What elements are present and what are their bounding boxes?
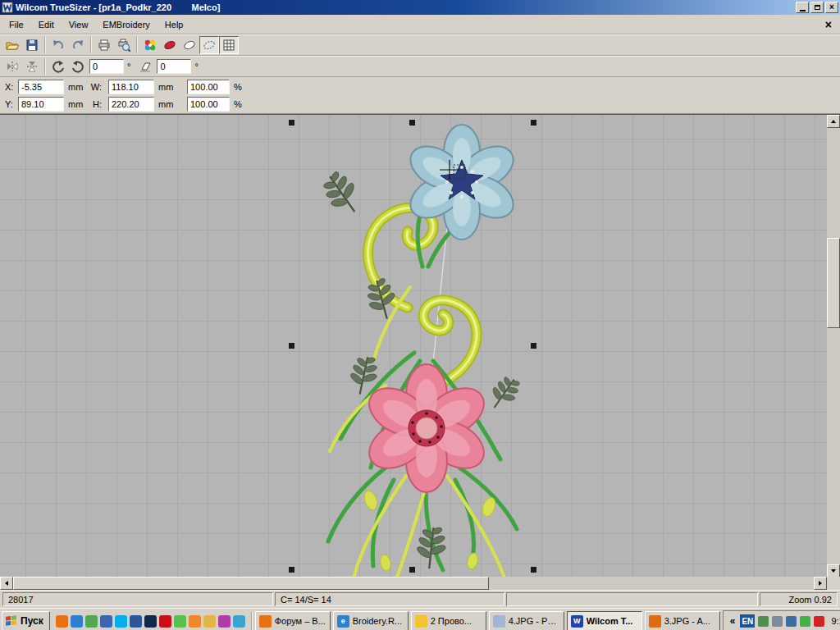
width-scale-input[interactable] [187, 80, 230, 94]
scroll-right-button[interactable] [814, 577, 827, 590]
scroll-up-button[interactable] [827, 115, 840, 128]
task-button-forum[interactable]: Форум – В... [255, 611, 331, 630]
opera-icon[interactable] [159, 615, 171, 628]
show-dotted-button[interactable] [199, 36, 219, 54]
language-indicator[interactable]: EN [740, 614, 755, 628]
start-button[interactable]: Пуск [2, 611, 50, 630]
w-scale-unit-label: % [230, 82, 246, 92]
height-input[interactable] [108, 97, 154, 112]
embroidery-canvas[interactable] [0, 115, 827, 578]
onenote-icon[interactable] [100, 615, 112, 628]
browser-icon[interactable] [233, 615, 245, 628]
handle-bottom-right[interactable] [531, 567, 536, 573]
close-icon: × [829, 3, 834, 11]
width-input[interactable] [108, 80, 154, 94]
network-tray-icon[interactable] [786, 616, 797, 627]
vertical-scroll-thumb[interactable] [827, 238, 840, 328]
mirror-vertical-button[interactable] [22, 57, 42, 75]
messenger-tray-icon[interactable] [800, 616, 810, 627]
close-document-icon[interactable]: × [819, 19, 838, 30]
stitch-player-button[interactable] [140, 36, 160, 54]
menu-help[interactable]: Help [158, 17, 191, 32]
status-stitch-count: 28017 [2, 592, 273, 606]
save-icon [25, 39, 39, 52]
open-button[interactable] [2, 36, 22, 54]
volume-tray-icon[interactable] [772, 616, 783, 627]
antivirus-tray-icon[interactable] [814, 616, 824, 627]
icq-icon[interactable] [174, 615, 186, 628]
rotate-left-button[interactable] [48, 57, 68, 75]
arrow-right-icon [819, 581, 824, 586]
grid-icon [222, 39, 235, 52]
coord-row-y: Y: mm H: mm % [5, 96, 835, 112]
statusbar: 28017 C= 14/S= 14 Zoom 0.92 [0, 590, 840, 608]
handle-bottom-left[interactable] [289, 567, 294, 573]
scroll-down-button[interactable] [827, 564, 840, 578]
skew-angle-input[interactable] [157, 59, 191, 74]
toolbar-separator [44, 58, 46, 75]
task-button-broidery[interactable]: e Broidery.R... [333, 611, 409, 630]
handle-top-right[interactable] [531, 120, 536, 126]
print-button[interactable] [94, 36, 114, 54]
undo-button[interactable] [48, 36, 68, 54]
internet-explorer-task-icon: e [337, 615, 349, 628]
vertical-scrollbar[interactable] [827, 115, 840, 578]
x-input[interactable] [18, 80, 64, 94]
start-label: Пуск [21, 615, 43, 627]
show-filled-button[interactable] [160, 36, 180, 54]
y-input[interactable] [18, 97, 64, 112]
horizontal-scroll-thumb[interactable] [13, 577, 489, 590]
taskbar: Пуск Форум – В... e Broidery.R... [0, 608, 840, 630]
handle-bottom-center[interactable] [409, 567, 415, 573]
agent-icon[interactable] [218, 615, 231, 628]
handle-mid-left[interactable] [289, 343, 294, 349]
folder-icon[interactable] [203, 615, 216, 628]
rotate-right-button[interactable] [68, 57, 88, 75]
save-button[interactable] [22, 36, 42, 54]
horizontal-scrollbar[interactable] [0, 577, 827, 590]
height-scale-input[interactable] [187, 97, 230, 112]
print-preview-button[interactable] [114, 36, 134, 54]
mail-task-icon [415, 615, 427, 628]
display-tray-icon[interactable] [758, 616, 769, 627]
internet-explorer-icon[interactable] [71, 615, 83, 628]
skype-icon[interactable] [115, 615, 127, 628]
handle-mid-right[interactable] [531, 343, 536, 349]
task-button-paint[interactable]: 4.JPG - Paint [489, 611, 564, 630]
photoshop-icon[interactable] [144, 615, 157, 628]
media-player-icon[interactable] [189, 615, 201, 628]
mirror-vertical-icon [25, 60, 39, 73]
firefox-icon[interactable] [56, 615, 68, 628]
task-button-wilcom[interactable]: W Wilcom T... [567, 611, 642, 630]
menu-file[interactable]: File [2, 17, 31, 32]
menu-edit[interactable]: Edit [31, 17, 62, 32]
restore-button[interactable] [810, 2, 824, 13]
rotate-left-icon [52, 60, 65, 73]
skew-icon [139, 60, 152, 73]
tray-overflow-button[interactable]: « [728, 615, 737, 627]
skew-button[interactable] [135, 57, 155, 75]
task-button-provo[interactable]: 2 Прово... [411, 611, 486, 630]
word-icon[interactable] [130, 615, 142, 628]
msn-icon[interactable] [85, 615, 98, 628]
handle-top-center[interactable] [409, 120, 415, 126]
grid-toggle-button[interactable] [219, 36, 239, 54]
mirror-horizontal-button[interactable] [2, 57, 22, 75]
flower-pink-center [416, 418, 437, 439]
system-tray: « EN 9:10 [723, 610, 840, 630]
task-button-acdsee[interactable]: 3.JPG - A... [645, 611, 720, 630]
scroll-left-button[interactable] [0, 577, 13, 590]
handle-top-left[interactable] [289, 120, 294, 126]
quick-launch-bar [52, 615, 249, 628]
skew-degree-label: ° [194, 62, 198, 71]
rotate-angle-input[interactable] [89, 59, 124, 74]
close-button[interactable]: × [825, 2, 838, 13]
minimize-icon [800, 10, 806, 11]
menu-view[interactable]: View [62, 17, 96, 32]
rotate-right-icon [71, 60, 84, 73]
minimize-button[interactable] [796, 2, 809, 13]
show-outline-button[interactable] [180, 36, 199, 54]
design-canvas[interactable] [0, 114, 840, 590]
menu-embroidery[interactable]: EMBroidery [95, 17, 157, 32]
redo-button[interactable] [68, 36, 88, 54]
